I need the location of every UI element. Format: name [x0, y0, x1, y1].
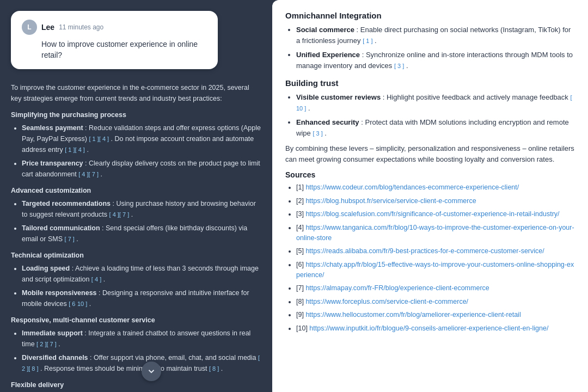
- source-item: [5] https://reads.alibaba.com/fr/9-best-…: [296, 246, 575, 256]
- source-link-3[interactable]: https://blog.scalefusion.com/fr/signific…: [305, 210, 559, 218]
- ai-intro: To improve the customer experience in th…: [11, 82, 261, 104]
- user-message-bubble: L Lee 11 minutes ago How to improve cust…: [11, 11, 218, 69]
- source-item: [3] https://blog.scalefusion.com/fr/sign…: [296, 209, 575, 219]
- source-link-2[interactable]: https://blog.hubspot.fr/service/service-…: [305, 197, 476, 205]
- list-item: Immediate support : Integrate a trained …: [22, 328, 261, 350]
- omnichannel-list: Social commerce : Enable direct purchasi…: [285, 24, 575, 72]
- source-link-6[interactable]: https://chaty.app/fr/blog/15-effective-w…: [296, 261, 574, 279]
- source-item: [4] https://www.tanganica.com/fr/blog/10…: [296, 223, 575, 244]
- source-link-5[interactable]: https://reads.alibaba.com/fr/9-best-prac…: [305, 247, 544, 255]
- section-title-customization: Advanced customization: [11, 185, 261, 196]
- list-item: Visible customer reviews : Highlight pos…: [296, 92, 575, 114]
- source-link-10[interactable]: https://www.inputkit.io/fr/blogue/9-cons…: [309, 324, 548, 332]
- omnichannel-heading: Omnichannel Integration: [285, 11, 575, 20]
- sources-list: [1] https://www.codeur.com/blog/tendance…: [285, 182, 575, 334]
- source-link-4[interactable]: https://www.tanganica.com/fr/blog/10-way…: [296, 224, 574, 242]
- ai-left-response: To improve the customer experience in th…: [11, 82, 261, 392]
- chevron-down-icon: [146, 366, 156, 376]
- source-link-8[interactable]: https://www.forceplus.com/service-client…: [305, 298, 468, 305]
- customization-list: Targeted recommendations : Using purchas…: [11, 198, 261, 244]
- section-title-service: Responsive, multi-channel customer servi…: [11, 315, 261, 326]
- source-item: [1] https://www.codeur.com/blog/tendance…: [296, 182, 575, 193]
- list-item: Price transparency : Clearly display del…: [22, 158, 261, 180]
- source-item: [2] https://blog.hubspot.fr/service/serv…: [296, 196, 575, 206]
- section-title-simplifying: Simplifying the purchasing process: [11, 109, 261, 120]
- avatar: L: [22, 20, 37, 35]
- list-item: Mobile responsiveness : Designing a resp…: [22, 287, 261, 309]
- technical-list: Loading speed : Achieve a loading time o…: [11, 263, 261, 309]
- source-item: [9] https://www.hellocustomer.com/fr/blo…: [296, 310, 575, 320]
- source-link-9[interactable]: https://www.hellocustomer.com/fr/blog/am…: [305, 311, 520, 318]
- source-item: [6] https://chaty.app/fr/blog/15-effecti…: [296, 260, 575, 281]
- user-question: How to improve customer experience in on…: [22, 39, 207, 60]
- source-item: [7] https://almapay.com/fr-FR/blog/exper…: [296, 283, 575, 293]
- source-item: [10] https://www.inputkit.io/fr/blogue/9…: [296, 323, 575, 334]
- list-item: Enhanced security : Protect data with MD…: [296, 117, 575, 139]
- list-item: Seamless payment : Reduce validation ste…: [22, 122, 261, 155]
- service-list: Immediate support : Integrate a trained …: [11, 328, 261, 374]
- list-item: Unified Experience : Synchronize online …: [296, 50, 575, 71]
- source-item: [8] https://www.forceplus.com/service-cl…: [296, 297, 575, 307]
- section-title-delivery: Flexible delivery: [11, 379, 261, 390]
- source-link-7[interactable]: https://almapay.com/fr-FR/blog/experienc…: [305, 284, 489, 292]
- list-item: Loading speed : Achieve a loading time o…: [22, 263, 261, 285]
- left-panel: L Lee 11 minutes ago How to improve cust…: [0, 0, 272, 392]
- list-item: Targeted recommendations : Using purchas…: [22, 198, 261, 220]
- conclusion-text: By combining these levers – simplicity, …: [285, 143, 575, 165]
- user-bubble-header: L Lee 11 minutes ago: [22, 20, 207, 35]
- list-item: Tailored communication : Send special of…: [22, 223, 261, 244]
- building-trust-heading: Building trust: [285, 78, 575, 88]
- right-panel: Omnichannel Integration Social commerce …: [272, 0, 588, 392]
- sources-heading: Sources: [285, 170, 575, 179]
- simplifying-list: Seamless payment : Reduce validation ste…: [11, 122, 261, 180]
- user-name: Lee: [41, 23, 54, 32]
- section-title-technical: Technical optimization: [11, 250, 261, 261]
- scroll-down-button[interactable]: [142, 362, 161, 381]
- user-time: 11 minutes ago: [59, 23, 103, 31]
- trust-list: Visible customer reviews : Highlight pos…: [285, 92, 575, 139]
- list-item: Social commerce : Enable direct purchasi…: [296, 24, 575, 46]
- source-link-1[interactable]: https://www.codeur.com/blog/tendances-ec…: [305, 183, 519, 191]
